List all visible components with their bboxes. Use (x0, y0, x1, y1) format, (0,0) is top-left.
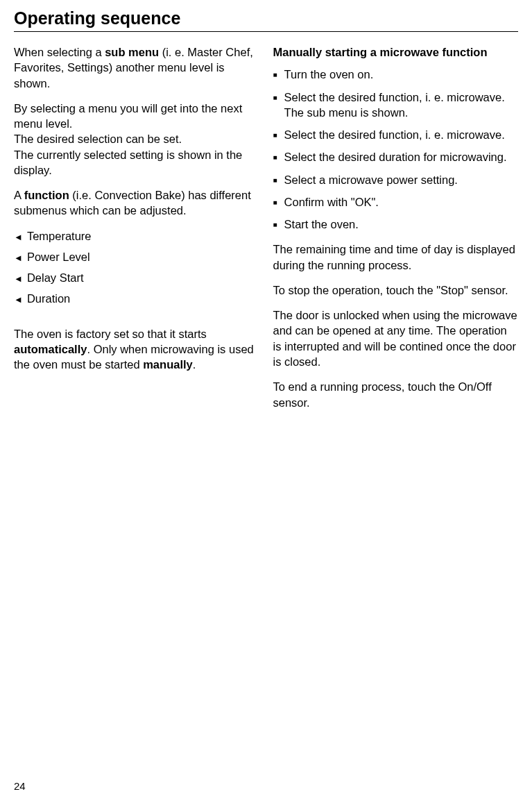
left-column: When selecting a sub menu (i. e. Master … (14, 44, 259, 420)
step-text: Select a microwave power setting. (284, 172, 458, 187)
submenu-list: Temperature Power Level Delay Start Dura… (14, 228, 259, 307)
step-item: Select a microwave power setting. (273, 172, 519, 187)
step-text: Confirm with "OK". (284, 194, 379, 210)
step-text: Select the desired duration for microwav… (284, 149, 507, 164)
step-item: Select the desired function, i. e. micro… (273, 90, 519, 121)
title-divider (14, 31, 518, 32)
step-item: Start the oven. (273, 217, 519, 232)
page-number: 24 (14, 780, 26, 792)
paragraph-end: To end a running process, touch the On/O… (273, 379, 519, 410)
bold-text: function (24, 189, 69, 201)
page-title: Operating sequence (14, 8, 518, 28)
bold-text: manually (143, 358, 193, 371)
text: The oven is factory set so that it start… (14, 328, 207, 340)
submenu-item: Delay Start (14, 270, 259, 285)
right-column: Manually starting a microwave function T… (273, 44, 519, 420)
step-item: Select the desired duration for microwav… (273, 149, 519, 164)
submenu-item: Power Level (14, 249, 259, 264)
step-item: Turn the oven on. (273, 67, 519, 82)
paragraph-submenu: When selecting a sub menu (i. e. Master … (14, 44, 259, 91)
step-list: Turn the oven on. Select the desired fun… (273, 67, 519, 232)
step-text: Start the oven. (284, 217, 359, 232)
text: When selecting a (14, 46, 105, 58)
text: . (193, 358, 196, 371)
step-text: Select the desired function, i. e. micro… (284, 90, 518, 121)
text: A (14, 189, 24, 201)
content-columns: When selecting a sub menu (i. e. Master … (14, 44, 518, 420)
bold-text: automatically (14, 343, 87, 355)
step-item: Select the desired function, i. e. micro… (273, 127, 519, 142)
paragraph-door: The door is unlocked when using the micr… (273, 307, 519, 369)
paragraph-menu-level: By selecting a menu you will get into th… (14, 101, 259, 178)
step-text: Select the desired function, i. e. micro… (284, 127, 505, 142)
paragraph-stop: To stop the operation, touch the "Stop" … (273, 282, 519, 298)
step-text: Turn the oven on. (284, 67, 374, 82)
section-heading-manual-start: Manually starting a microwave function (273, 44, 519, 60)
paragraph-remaining-time: The remaining time and time of day is di… (273, 242, 519, 273)
bold-text: sub menu (105, 46, 159, 58)
submenu-item: Temperature (14, 228, 259, 244)
step-item: Confirm with "OK". (273, 194, 519, 210)
submenu-item: Duration (14, 291, 259, 306)
paragraph-function: A function (i.e. Convection Bake) has di… (14, 187, 259, 219)
paragraph-factory: The oven is factory set so that it start… (14, 326, 259, 373)
